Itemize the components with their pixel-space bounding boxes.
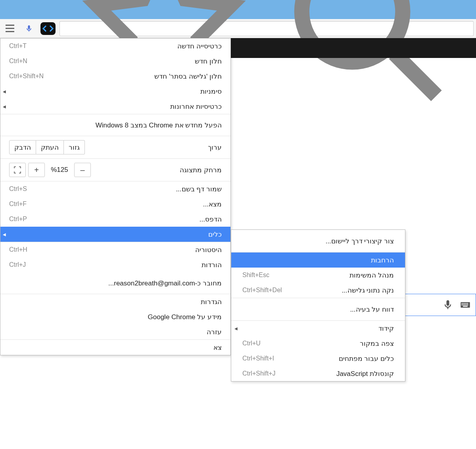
submenu-arrow-icon: ◀ bbox=[3, 89, 6, 94]
menu-item-save-as[interactable]: שמור דף בשם... Ctrl+S bbox=[0, 181, 230, 197]
svg-rect-5 bbox=[464, 303, 465, 304]
menu-item-downloads[interactable]: הורדות Ctrl+J bbox=[0, 257, 230, 272]
menu-label: הדפס... bbox=[27, 215, 222, 224]
code-icon bbox=[42, 24, 54, 33]
zoom-out-button[interactable]: – bbox=[74, 163, 91, 177]
menu-shortcut: Ctrl+P bbox=[9, 216, 27, 223]
svg-rect-13 bbox=[463, 306, 468, 306]
menu-item-relaunch-win8[interactable]: הפעל מחדש את Chrome במצב Windows 8 bbox=[0, 114, 230, 136]
menu-item-incognito[interactable]: חלון 'גלישה בסתר' חדש Ctrl+Shift+N bbox=[0, 69, 230, 84]
svg-rect-3 bbox=[462, 303, 463, 304]
address-bar[interactable] bbox=[60, 21, 474, 36]
submenu-arrow-icon: ◀ bbox=[3, 232, 6, 237]
menu-item-settings[interactable]: הגדרות bbox=[0, 294, 230, 309]
menu-shortcut: Ctrl+H bbox=[9, 246, 27, 253]
menu-label: מרחק מתצוגה bbox=[91, 166, 222, 174]
submenu-item-report-issue[interactable]: דווח על בעיה... bbox=[231, 298, 405, 320]
menu-item-history[interactable]: היסטוריה Ctrl+H bbox=[0, 242, 230, 257]
svg-rect-10 bbox=[464, 304, 465, 305]
submenu-item-task-manager[interactable]: מנהל המשימות Shift+Esc bbox=[231, 268, 405, 283]
menu-item-recent-tabs[interactable]: ◀ כרטיסיות אחרונות bbox=[0, 99, 230, 114]
menu-shortcut: Ctrl+Shift+I bbox=[242, 355, 274, 362]
menu-label: הורדות bbox=[26, 261, 222, 269]
voice-search-button[interactable] bbox=[21, 21, 36, 36]
menu-item-tools[interactable]: ◀ כלים bbox=[0, 227, 230, 242]
hamburger-menu-button[interactable] bbox=[2, 21, 17, 36]
menu-label: סימניות bbox=[9, 87, 222, 96]
menu-label: דווח על בעיה... bbox=[242, 305, 394, 314]
svg-rect-11 bbox=[466, 304, 466, 305]
svg-rect-6 bbox=[466, 303, 466, 304]
menu-label: צא bbox=[9, 343, 222, 352]
extension-button[interactable] bbox=[40, 22, 56, 35]
menu-label: כרטיסייה חדשה bbox=[27, 42, 222, 50]
menu-label: מנהל המשימות bbox=[269, 271, 394, 279]
menu-item-find[interactable]: מצא... Ctrl+F bbox=[0, 197, 230, 212]
menu-label: נקה נתוני גלישה... bbox=[282, 286, 394, 295]
zoom-level: %125 bbox=[47, 166, 72, 174]
microphone-icon[interactable] bbox=[442, 299, 453, 310]
menu-label: כלים עבור מפתחים bbox=[274, 355, 394, 363]
copy-button[interactable]: העתק bbox=[36, 140, 64, 154]
menu-shortcut: Ctrl+T bbox=[9, 42, 27, 50]
main-menu: כרטיסייה חדשה Ctrl+T חלון חדש Ctrl+N חלו… bbox=[0, 38, 231, 355]
menu-label: קונסולת JavaScript bbox=[276, 370, 394, 378]
menu-item-zoom: מרחק מתצוגה + %125 – bbox=[0, 159, 230, 181]
fullscreen-button[interactable] bbox=[9, 163, 26, 177]
svg-rect-12 bbox=[467, 304, 468, 305]
menu-label: מצא... bbox=[27, 200, 222, 208]
menu-label: הפעל מחדש את Chrome במצב Windows 8 bbox=[9, 121, 222, 129]
search-icon bbox=[268, 0, 470, 129]
submenu-item-dev-tools[interactable]: כלים עבור מפתחים Ctrl+Shift+I bbox=[231, 351, 405, 366]
submenu-arrow-icon: ◀ bbox=[234, 326, 238, 331]
menu-item-exit[interactable]: צא bbox=[0, 340, 230, 355]
zoom-controls: + %125 – bbox=[9, 163, 91, 177]
hamburger-icon bbox=[6, 25, 14, 32]
menu-label: היסטוריה bbox=[27, 246, 222, 254]
keyboard-icon[interactable] bbox=[460, 299, 471, 310]
submenu-item-clear-data[interactable]: נקה נתוני גלישה... Ctrl+Shift+Del bbox=[231, 283, 405, 298]
menu-label: צור קיצורי דרך ליישום... bbox=[242, 237, 394, 245]
menu-item-print[interactable]: הדפס... Ctrl+P bbox=[0, 212, 230, 227]
tools-submenu: צור קיצורי דרך ליישום... הרחבות מנהל המש… bbox=[231, 229, 405, 382]
submenu-item-extensions[interactable]: הרחבות bbox=[231, 252, 405, 268]
submenu-item-js-console[interactable]: קונסולת JavaScript Ctrl+Shift+J bbox=[231, 366, 405, 381]
menu-shortcut: Ctrl+U bbox=[242, 340, 261, 347]
menu-shortcut: Ctrl+Shift+N bbox=[9, 73, 44, 80]
fullscreen-icon bbox=[13, 166, 21, 174]
microphone-icon bbox=[25, 23, 33, 34]
menu-shortcut: Ctrl+Shift+J bbox=[242, 370, 276, 377]
svg-rect-4 bbox=[463, 303, 464, 304]
menu-shortcut: Ctrl+Shift+Del bbox=[242, 287, 282, 294]
menu-item-new-tab[interactable]: כרטיסייה חדשה Ctrl+T bbox=[0, 39, 230, 54]
submenu-item-create-shortcut[interactable]: צור קיצורי דרך ליישום... bbox=[231, 230, 405, 252]
menu-shortcut: Ctrl+F bbox=[9, 200, 27, 208]
submenu-arrow-icon: ◀ bbox=[3, 104, 6, 109]
submenu-item-encoding[interactable]: ◀ קידוד bbox=[231, 321, 405, 336]
zoom-in-button[interactable]: + bbox=[28, 163, 45, 177]
menu-item-about[interactable]: מידע על Google Chrome bbox=[0, 309, 230, 324]
menu-label: ערוך bbox=[85, 143, 222, 152]
menu-label: עזרה bbox=[9, 328, 222, 336]
menu-item-new-window[interactable]: חלון חדש Ctrl+N bbox=[0, 54, 230, 69]
menu-label: קידוד bbox=[242, 324, 394, 333]
paste-button[interactable]: הדבק bbox=[9, 140, 36, 154]
menu-shortcut: Ctrl+S bbox=[9, 185, 27, 193]
page-search-box[interactable] bbox=[397, 294, 476, 316]
svg-rect-7 bbox=[467, 303, 468, 304]
menu-label: הרחבות bbox=[242, 256, 394, 264]
menu-label: חלון 'גלישה בסתר' חדש bbox=[44, 72, 222, 81]
browser-toolbar bbox=[0, 19, 476, 38]
menu-item-edit: ערוך הדבק העתק גזור bbox=[0, 136, 230, 158]
menu-item-signed-in[interactable]: מחובר כ-reason2breath@gmail.com... bbox=[0, 272, 230, 294]
menu-item-help[interactable]: עזרה bbox=[0, 324, 230, 339]
menu-label: צפה במקור bbox=[261, 339, 394, 348]
svg-line-1 bbox=[394, 54, 436, 96]
menu-label: שמור דף בשם... bbox=[27, 185, 222, 193]
svg-rect-9 bbox=[463, 304, 464, 305]
menu-label: חלון חדש bbox=[27, 57, 222, 66]
menu-shortcut: Ctrl+N bbox=[9, 58, 27, 65]
menu-item-bookmarks[interactable]: ◀ סימניות bbox=[0, 84, 230, 99]
submenu-item-view-source[interactable]: צפה במקור Ctrl+U bbox=[231, 336, 405, 351]
cut-button[interactable]: גזור bbox=[64, 140, 85, 154]
